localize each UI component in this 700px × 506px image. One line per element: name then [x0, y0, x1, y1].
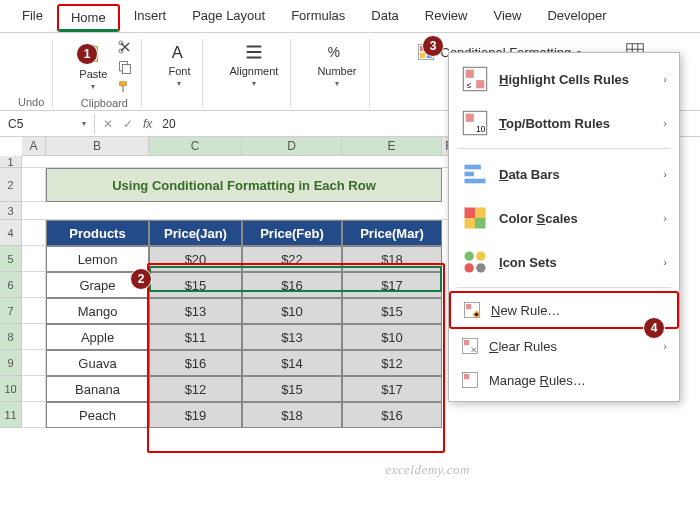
row-header-10[interactable]: 10: [0, 376, 22, 402]
col-header-D[interactable]: D: [242, 137, 342, 156]
ribbon-tabs: File Home Insert Page Layout Formulas Da…: [0, 0, 700, 33]
alignment-button[interactable]: Alignment▾: [225, 39, 282, 106]
formula-bar[interactable]: 20: [162, 117, 175, 131]
row-header-3[interactable]: 3: [0, 202, 22, 220]
table-cell[interactable]: $10: [342, 324, 442, 350]
svg-rect-33: [466, 304, 471, 309]
table-cell[interactable]: $13: [149, 298, 242, 324]
svg-rect-23: [465, 179, 486, 184]
cut-icon[interactable]: [117, 39, 133, 55]
table-cell[interactable]: $22: [242, 246, 342, 272]
svg-rect-19: [466, 114, 474, 122]
table-cell[interactable]: $18: [342, 246, 442, 272]
table-cell[interactable]: Banana: [46, 376, 149, 402]
table-cell[interactable]: $18: [242, 402, 342, 428]
col-header-C[interactable]: C: [149, 137, 242, 156]
table-cell[interactable]: Lemon: [46, 246, 149, 272]
hcr-text: ighlight Cells Rules: [508, 72, 629, 87]
row-header-9[interactable]: 9: [0, 350, 22, 376]
svg-rect-27: [475, 218, 486, 229]
table-cell[interactable]: $19: [149, 402, 242, 428]
name-box[interactable]: C5▾: [0, 114, 95, 134]
row-header-5[interactable]: 5: [0, 246, 22, 272]
cancel-icon[interactable]: ✕: [103, 117, 113, 131]
tab-data[interactable]: Data: [359, 4, 410, 32]
svg-rect-26: [465, 218, 476, 229]
is-text: con Sets: [503, 255, 557, 270]
table-cell[interactable]: $12: [342, 350, 442, 376]
copy-icon[interactable]: [117, 59, 133, 75]
row-header-4[interactable]: 4: [0, 220, 22, 246]
tab-view[interactable]: View: [481, 4, 533, 32]
watermark: exceldemy.com: [385, 462, 470, 478]
table-header[interactable]: Price(Jan): [149, 220, 242, 246]
table-header[interactable]: Price(Mar): [342, 220, 442, 246]
svg-rect-24: [465, 208, 476, 219]
col-header-B[interactable]: B: [46, 137, 149, 156]
col-header-E[interactable]: E: [342, 137, 442, 156]
fx-icon[interactable]: fx: [143, 117, 152, 131]
table-cell[interactable]: $16: [342, 402, 442, 428]
sheet-title[interactable]: Using Conditional Formatting in Each Row: [46, 168, 442, 202]
group-font: A Font▾: [156, 39, 203, 108]
row-header-2[interactable]: 2: [0, 168, 22, 202]
table-cell[interactable]: $17: [342, 272, 442, 298]
tab-home[interactable]: Home: [57, 4, 120, 32]
table-cell[interactable]: Apple: [46, 324, 149, 350]
callout-1: 1: [76, 43, 98, 65]
table-cell[interactable]: $11: [149, 324, 242, 350]
group-undo: Undo: [10, 39, 53, 108]
table-cell[interactable]: $15: [149, 272, 242, 298]
svg-rect-25: [475, 208, 486, 219]
menu-color-scales[interactable]: Color Scales›: [449, 196, 679, 240]
row-header-11[interactable]: 11: [0, 402, 22, 428]
tab-developer[interactable]: Developer: [535, 4, 618, 32]
tab-insert[interactable]: Insert: [122, 4, 179, 32]
menu-data-bars[interactable]: Data Bars›: [449, 152, 679, 196]
menu-manage-rules[interactable]: Manage Rules…: [449, 363, 679, 397]
menu-highlight-cells-rules[interactable]: ≤ Highlight Cells Rules›: [449, 57, 679, 101]
table-cell[interactable]: $20: [149, 246, 242, 272]
table-cell[interactable]: $12: [149, 376, 242, 402]
number-label: Number: [317, 65, 356, 77]
menu-icon-sets[interactable]: Icon Sets›: [449, 240, 679, 284]
table-cell[interactable]: $13: [242, 324, 342, 350]
tab-formulas[interactable]: Formulas: [279, 4, 357, 32]
table-cell[interactable]: $14: [242, 350, 342, 376]
tab-file[interactable]: File: [10, 4, 55, 32]
row-header-7[interactable]: 7: [0, 298, 22, 324]
enter-icon[interactable]: ✓: [123, 117, 133, 131]
svg-point-31: [476, 263, 485, 272]
col-header-A[interactable]: A: [22, 137, 46, 156]
svg-point-30: [465, 263, 474, 272]
row-header-8[interactable]: 8: [0, 324, 22, 350]
table-header[interactable]: Price(Feb): [242, 220, 342, 246]
table-cell[interactable]: $17: [342, 376, 442, 402]
svg-rect-35: [464, 340, 469, 345]
group-number: % Number▾: [305, 39, 369, 108]
font-button[interactable]: A Font▾: [164, 39, 194, 106]
format-painter-icon[interactable]: [117, 79, 133, 95]
tab-review[interactable]: Review: [413, 4, 480, 32]
table-header[interactable]: Products: [46, 220, 149, 246]
svg-rect-16: [476, 80, 484, 88]
row-header-1[interactable]: 1: [0, 156, 22, 168]
table-cell[interactable]: $15: [342, 298, 442, 324]
svg-rect-11: [420, 53, 425, 58]
table-cell[interactable]: Mango: [46, 298, 149, 324]
tab-page-layout[interactable]: Page Layout: [180, 4, 277, 32]
paste-label: Paste: [79, 68, 107, 80]
table-cell[interactable]: Guava: [46, 350, 149, 376]
table-cell[interactable]: $15: [242, 376, 342, 402]
table-cell[interactable]: Peach: [46, 402, 149, 428]
table-cell[interactable]: $10: [242, 298, 342, 324]
conditional-formatting-menu: ≤ Highlight Cells Rules› 10 Top/Bottom R…: [448, 52, 680, 402]
number-button[interactable]: % Number▾: [313, 39, 360, 106]
menu-top-bottom-rules[interactable]: 10 Top/Bottom Rules›: [449, 101, 679, 145]
row-header-6[interactable]: 6: [0, 272, 22, 298]
cr-text: lear Rules: [498, 339, 557, 354]
cs-text: Color: [499, 211, 537, 226]
table-cell[interactable]: $16: [242, 272, 342, 298]
svg-text:A: A: [172, 43, 183, 61]
table-cell[interactable]: $16: [149, 350, 242, 376]
